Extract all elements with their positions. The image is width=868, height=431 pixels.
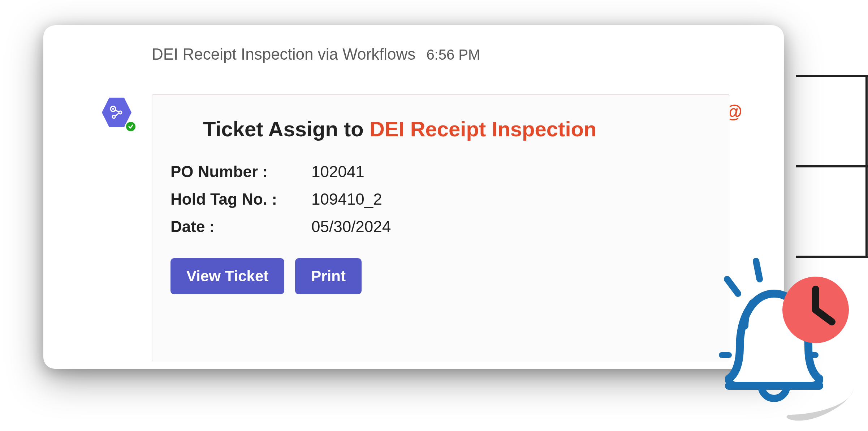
bell-clock-notification-icon <box>673 254 861 427</box>
svg-point-5 <box>112 108 114 110</box>
notification-time: 6:56 PM <box>426 47 480 63</box>
hold-tag-row: Hold Tag No. : 109410_2 <box>170 190 712 208</box>
check-badge-icon <box>125 121 137 132</box>
po-number-label: PO Number : <box>170 163 311 181</box>
ticket-card-title: Ticket Assign to DEI Receipt Inspection <box>203 117 712 141</box>
ticket-content-card: Ticket Assign to DEI Receipt Inspection … <box>152 94 730 362</box>
workflow-app-icon <box>102 98 134 130</box>
svg-point-7 <box>112 115 115 118</box>
print-button[interactable]: Print <box>295 258 362 294</box>
notification-header: DEI Receipt Inspection via Workflows 6:5… <box>152 45 480 63</box>
notification-source: DEI Receipt Inspection via Workflows <box>152 45 415 63</box>
svg-point-6 <box>119 111 122 114</box>
hold-tag-value: 109410_2 <box>311 190 382 208</box>
view-ticket-button[interactable]: View Ticket <box>170 258 284 294</box>
svg-line-11 <box>756 261 760 279</box>
date-label: Date : <box>170 218 311 236</box>
decorative-lines <box>796 0 868 260</box>
title-prefix: Ticket Assign to <box>203 117 370 141</box>
action-button-row: View Ticket Print <box>170 258 712 294</box>
date-row: Date : 05/30/2024 <box>170 218 712 236</box>
hold-tag-label: Hold Tag No. : <box>170 190 311 208</box>
svg-line-9 <box>115 113 119 116</box>
po-number-row: PO Number : 102041 <box>170 163 712 181</box>
po-number-value: 102041 <box>311 163 364 181</box>
svg-line-10 <box>727 279 738 294</box>
title-highlight: DEI Receipt Inspection <box>370 117 596 141</box>
date-value: 05/30/2024 <box>311 218 391 236</box>
svg-line-8 <box>115 110 119 112</box>
